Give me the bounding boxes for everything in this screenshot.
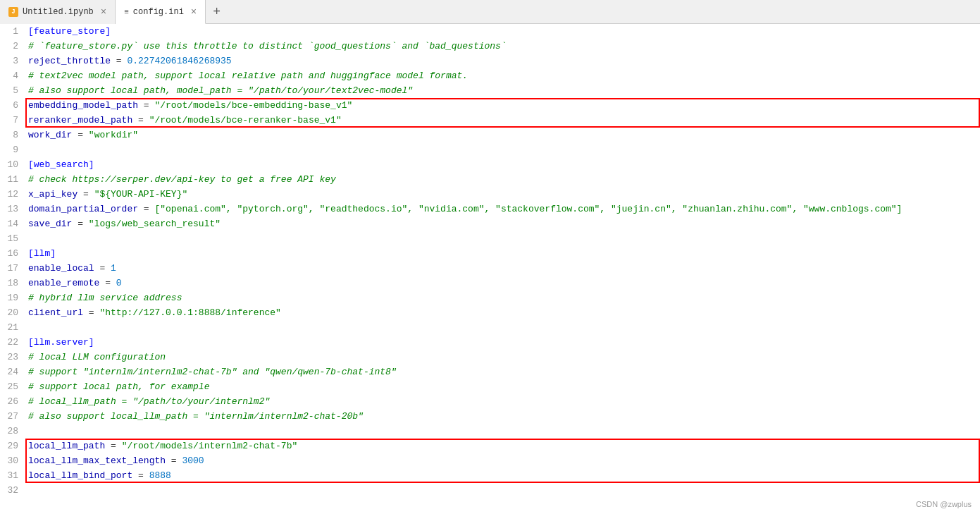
line-23: 23# local LLM configuration (0, 350, 980, 365)
tab-notebook-label: Untitled.ipynb (23, 7, 94, 17)
line-24: 24# support "internlm/internlm2-chat-7b"… (0, 365, 980, 379)
tab-config-label: config.ini (133, 7, 184, 17)
notebook-icon: J (8, 7, 18, 17)
line-28: 28 (0, 424, 980, 439)
line-16: 16[llm] (0, 246, 980, 261)
line-content-13: domain_partial_order = ["openai.com", "p… (25, 202, 980, 216)
line-13: 13domain_partial_order = ["openai.com", … (0, 202, 980, 216)
line-content-5: # also support local path, model_path = … (25, 83, 980, 98)
tab-config[interactable]: ≡ config.ini × (116, 0, 206, 24)
line-content-20: client_url = "http://127.0.0.1:8888/infe… (25, 305, 980, 320)
line-27: 27# also support local_llm_path = "inter… (0, 409, 980, 424)
line-content-19: # hybrid llm service address (25, 290, 980, 305)
line-content-22: [llm.server] (25, 335, 980, 350)
line-number-2: 2 (0, 39, 25, 54)
line-content-27: # also support local_llm_path = "internl… (25, 409, 980, 424)
tab-bar: J Untitled.ipynb × ≡ config.ini × + (0, 0, 980, 24)
line-content-24: # support "internlm/internlm2-chat-7b" a… (25, 365, 980, 379)
line-number-11: 11 (0, 172, 25, 187)
line-number-29: 29 (0, 439, 25, 453)
line-number-23: 23 (0, 350, 25, 365)
line-number-8: 8 (0, 128, 25, 142)
line-6: 6embedding_model_path = "/root/models/bc… (0, 98, 980, 113)
line-number-27: 27 (0, 409, 25, 424)
line-content-1: [feature_store] (25, 24, 980, 39)
line-15: 15 (0, 231, 980, 246)
line-content-29: local_llm_path = "/root/models/internlm2… (25, 439, 980, 453)
line-2: 2# `feature_store.py` use this throttle … (0, 39, 980, 54)
line-number-13: 13 (0, 202, 25, 216)
line-content-7: reranker_model_path = "/root/models/bce-… (25, 113, 980, 128)
editor: 1[feature_store]2# `feature_store.py` us… (0, 24, 980, 514)
line-19: 19# hybrid llm service address (0, 290, 980, 305)
line-number-1: 1 (0, 24, 25, 39)
line-number-16: 16 (0, 246, 25, 261)
line-number-17: 17 (0, 261, 25, 276)
line-content-14: save_dir = "logs/web_search_result" (25, 216, 980, 231)
line-number-18: 18 (0, 276, 25, 290)
line-17: 17enable_local = 1 (0, 261, 980, 276)
line-4: 4# text2vec model path, support local re… (0, 68, 980, 83)
line-number-10: 10 (0, 157, 25, 172)
line-content-18: enable_remote = 0 (25, 276, 980, 290)
line-22: 22[llm.server] (0, 335, 980, 350)
line-21: 21 (0, 320, 980, 335)
tab-notebook[interactable]: J Untitled.ipynb × (0, 0, 116, 24)
line-7: 7reranker_model_path = "/root/models/bce… (0, 113, 980, 128)
line-content-2: # `feature_store.py` use this throttle t… (25, 39, 980, 54)
tab-add-button[interactable]: + (206, 0, 228, 24)
line-content-12: x_api_key = "${YOUR-API-KEY}" (25, 187, 980, 202)
line-number-28: 28 (0, 424, 25, 439)
line-25: 25# support local path, for example (0, 379, 980, 394)
line-18: 18enable_remote = 0 (0, 276, 980, 290)
line-number-30: 30 (0, 453, 25, 468)
line-number-22: 22 (0, 335, 25, 350)
line-32: 32 (0, 483, 980, 498)
line-10: 10[web_search] (0, 157, 980, 172)
line-number-3: 3 (0, 54, 25, 68)
tab-notebook-close[interactable]: × (101, 7, 106, 17)
line-content-6: embedding_model_path = "/root/models/bce… (25, 98, 980, 113)
line-14: 14save_dir = "logs/web_search_result" (0, 216, 980, 231)
watermark: CSDN @zwplus (916, 500, 972, 508)
line-12: 12x_api_key = "${YOUR-API-KEY}" (0, 187, 980, 202)
line-content-26: # local_llm_path = "/path/to/your/intern… (25, 394, 980, 409)
line-content-25: # support local path, for example (25, 379, 980, 394)
highlight-group-group1: 6embedding_model_path = "/root/models/bc… (0, 98, 980, 128)
line-26: 26# local_llm_path = "/path/to/your/inte… (0, 394, 980, 409)
line-9: 9 (0, 142, 980, 157)
line-5: 5# also support local path, model_path =… (0, 83, 980, 98)
line-29: 29local_llm_path = "/root/models/internl… (0, 439, 980, 453)
line-content-16: [llm] (25, 246, 980, 261)
line-number-5: 5 (0, 83, 25, 98)
line-content-31: local_llm_bind_port = 8888 (25, 468, 980, 483)
line-number-9: 9 (0, 142, 25, 157)
line-content-11: # check https://serper.dev/api-key to ge… (25, 172, 980, 187)
line-11: 11# check https://serper.dev/api-key to … (0, 172, 980, 187)
line-number-19: 19 (0, 290, 25, 305)
line-content-4: # text2vec model path, support local rel… (25, 68, 980, 83)
line-content-17: enable_local = 1 (25, 261, 980, 276)
tab-config-close[interactable]: × (191, 7, 197, 17)
config-icon: ≡ (124, 8, 129, 16)
line-31: 31local_llm_bind_port = 8888 (0, 468, 980, 483)
line-content-3: reject_throttle = 0.22742061846268935 (25, 54, 980, 68)
line-content-10: [web_search] (25, 157, 980, 172)
line-content-30: local_llm_max_text_length = 3000 (25, 453, 980, 468)
line-number-7: 7 (0, 113, 25, 128)
line-number-21: 21 (0, 320, 25, 335)
line-number-26: 26 (0, 394, 25, 409)
line-number-32: 32 (0, 483, 25, 498)
line-content-23: # local LLM configuration (25, 350, 980, 365)
line-number-20: 20 (0, 305, 25, 320)
line-number-31: 31 (0, 468, 25, 483)
line-20: 20client_url = "http://127.0.0.1:8888/in… (0, 305, 980, 320)
line-content-8: work_dir = "workdir" (25, 128, 980, 142)
line-number-25: 25 (0, 379, 25, 394)
line-3: 3reject_throttle = 0.22742061846268935 (0, 54, 980, 68)
highlight-group-group2: 29local_llm_path = "/root/models/internl… (0, 439, 980, 483)
line-30: 30local_llm_max_text_length = 3000 (0, 453, 980, 468)
line-number-14: 14 (0, 216, 25, 231)
line-number-4: 4 (0, 68, 25, 83)
line-number-6: 6 (0, 98, 25, 113)
